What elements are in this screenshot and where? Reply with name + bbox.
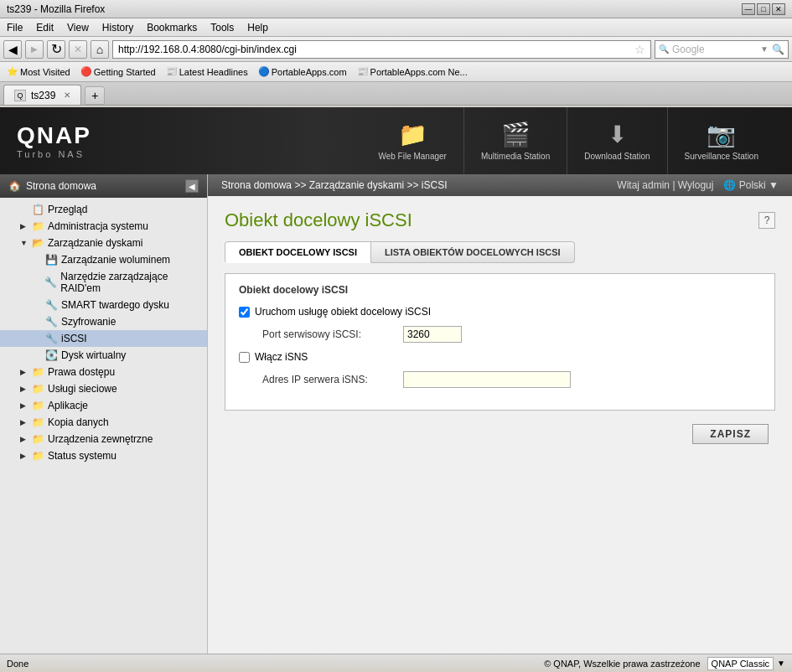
folder-icon: 📁 — [398, 121, 427, 148]
menu-file[interactable]: File — [7, 22, 23, 34]
search-engine-icon: 🔍 — [659, 44, 669, 54]
theme-dropdown-arrow-icon[interactable]: ▼ — [777, 659, 785, 668]
close-button[interactable]: ✕ — [772, 3, 785, 15]
reload-button[interactable]: ↻ — [47, 40, 65, 59]
stop-button[interactable]: ✕ — [69, 40, 87, 59]
nav-download-station[interactable]: ⬇ Download Station — [567, 107, 667, 174]
apps-folder-icon: 📁 — [32, 400, 44, 411]
sidebar-label-zarzadzanie-woluminem: Zarządzanie woluminem — [61, 254, 170, 266]
menu-history[interactable]: History — [102, 22, 133, 34]
film-icon: 🎬 — [501, 121, 531, 148]
menu-bookmarks[interactable]: Bookmarks — [147, 22, 197, 34]
port-row: Port serwisowy iSCSI: — [239, 326, 761, 343]
sidebar-tree: 📋 Przegląd ▶ 📁 Administracja systemu ▼ 📂… — [0, 198, 207, 468]
nav-multimedia-station[interactable]: 🎬 Multimedia Station — [464, 107, 567, 174]
sidebar-item-iscsi[interactable]: 🔧 iSCSI — [0, 330, 207, 347]
nav-web-file-manager[interactable]: 📁 Web File Manager — [361, 107, 464, 174]
sidebar-label-dysk-wirtualny: Dysk wirtualny — [61, 349, 126, 361]
sidebar-item-uslugi-sieciowe[interactable]: ▶ 📁 Usługi sieciowe — [0, 380, 207, 397]
menu-view[interactable]: View — [67, 22, 89, 34]
port-label: Port serwisowy iSCSI: — [262, 328, 396, 340]
encrypt-icon: 🔧 — [45, 316, 58, 328]
sidebar-header: 🏠 Strona domowa ◀ — [0, 174, 207, 198]
smart-icon: 🔧 — [45, 299, 58, 311]
tab-lista-obiektow-docelowych-iscsi[interactable]: LISTA OBIEKTÓW DOCELOWYCH ISCSI — [371, 241, 575, 263]
status-folder-icon: 📁 — [32, 450, 44, 462]
save-button[interactable]: ZAPISZ — [692, 424, 769, 444]
sidebar-item-prawa-dostepu[interactable]: ▶ 📁 Prawa dostępu — [0, 364, 207, 380]
sidebar-item-aplikacje[interactable]: ▶ 📁 Aplikacje — [0, 397, 207, 414]
sidebar-footer-text: © QNAP, Wszelkie prawa zastrzeżone — [544, 659, 700, 669]
status-text: Done — [7, 659, 28, 669]
sidebar-item-przeglad[interactable]: 📋 Przegląd — [0, 201, 207, 218]
tab-label: ts239 — [31, 90, 55, 101]
sidebar-collapse-button[interactable]: ◀ — [185, 179, 199, 193]
sidebar-item-administracja[interactable]: ▶ 📁 Administracja systemu — [0, 218, 207, 235]
disk-icon: 💾 — [45, 254, 58, 266]
lang-selector[interactable]: 🌐 Polski ▼ — [723, 179, 779, 191]
window-controls: — □ ✕ — [742, 3, 785, 15]
page-title-row: Obiekt docelowy iSCSI ? — [225, 209, 775, 231]
nav-surveillance-station[interactable]: 📷 Surveillance Station — [668, 107, 775, 174]
sidebar-label-raid: Narzędzie zarządzające RAID'em — [60, 271, 200, 294]
welcome-text: Witaj admin | Wyloguj — [617, 179, 713, 191]
browser-tabs: Q ts239 ✕ + — [0, 82, 792, 106]
enable-iscsi-label: Uruchom usługę obiekt docelowy iSCSI — [255, 306, 431, 318]
folder-icon: 📁 — [32, 220, 44, 232]
minimize-button[interactable]: — — [742, 3, 755, 15]
isns-ip-input[interactable] — [403, 371, 571, 388]
bookmark-portableapps[interactable]: 🔵 PortableApps.com — [258, 66, 347, 77]
search-bar[interactable]: 🔍 Google ▼ 🔍 — [655, 40, 789, 59]
sidebar-item-zarzadzanie-dyskami[interactable]: ▼ 📂 Zarządzanie dyskami — [0, 235, 207, 251]
arrow-icon: ▶ — [20, 418, 28, 426]
sidebar-label-urzadzenia-zewnetrzne: Urządzenia zewnętrzne — [48, 433, 153, 445]
help-button[interactable]: ? — [758, 212, 775, 229]
menu-edit[interactable]: Edit — [36, 22, 54, 34]
arrow-icon: ▶ — [20, 401, 28, 410]
bookmarks-bar: ⭐ Most Visited 🔴 Getting Started 📰 Lates… — [0, 62, 792, 82]
sidebar-label-zarzadzanie-dyskami: Zarządzanie dyskami — [48, 237, 142, 249]
sidebar-item-raid[interactable]: 🔧 Narzędzie zarządzające RAID'em — [0, 268, 207, 297]
arrow-icon: ▶ — [20, 452, 28, 460]
search-placeholder: Google — [672, 44, 760, 55]
bookmark-headlines[interactable]: 📰 Latest Headlines — [166, 66, 248, 77]
nav-label-web-file-manager: Web File Manager — [378, 152, 447, 161]
bookmark-most-visited[interactable]: ⭐ Most Visited — [7, 66, 70, 77]
arrow-icon: ▶ — [20, 385, 28, 393]
tab-obiekt-docelowy-iscsi[interactable]: OBIEKT DOCELOWY ISCSI — [225, 241, 371, 263]
breadcrumb: Strona domowa >> Zarządzanie dyskami >> … — [221, 179, 447, 191]
port-input[interactable] — [403, 326, 462, 343]
arrow-icon: ▶ — [20, 435, 28, 443]
isns-checkbox[interactable] — [239, 352, 250, 363]
maximize-button[interactable]: □ — [757, 3, 770, 15]
forward-button[interactable]: ▶ — [25, 40, 44, 59]
network-folder-icon: 📁 — [32, 383, 44, 395]
theme-dropdown[interactable]: QNAP Classic — [707, 657, 774, 670]
openfolder-icon: 📂 — [32, 237, 44, 249]
search-arrow-icon: ▼ — [760, 44, 769, 54]
bookmark-getting-started[interactable]: 🔴 Getting Started — [80, 66, 156, 77]
sidebar-label-prawa-dostepu: Prawa dostępu — [48, 366, 115, 378]
sidebar-item-zarzadzanie-woluminem[interactable]: 💾 Zarządzanie woluminem — [0, 251, 207, 268]
menu-tools[interactable]: Tools — [210, 22, 234, 34]
search-submit-icon[interactable]: 🔍 — [772, 44, 784, 55]
new-tab-button[interactable]: + — [85, 86, 105, 105]
back-button[interactable]: ◀ — [3, 40, 22, 59]
sidebar-item-dysk-wirtualny[interactable]: 💽 Dysk wirtualny — [0, 347, 207, 364]
content-area: Strona domowa >> Zarządzanie dyskami >> … — [208, 174, 792, 654]
vdisk-icon: 💽 — [45, 349, 58, 361]
sidebar-item-kopia-danych[interactable]: ▶ 📁 Kopia danych — [0, 414, 207, 431]
address-bar[interactable]: http://192.168.0.4:8080/cgi-bin/index.cg… — [112, 40, 651, 59]
sidebar-item-status-systemu[interactable]: ▶ 📁 Status systemu — [0, 447, 207, 464]
bookmark-portableapps2[interactable]: 📰 PortableApps.com Ne... — [357, 66, 468, 77]
tab-close-button[interactable]: ✕ — [64, 90, 70, 100]
home-button[interactable]: ⌂ — [91, 40, 109, 59]
enable-iscsi-checkbox[interactable] — [239, 307, 250, 318]
tab-ts239[interactable]: Q ts239 ✕ — [3, 85, 81, 105]
page-content: Obiekt docelowy iSCSI ? OBIEKT DOCELOWY … — [208, 196, 792, 654]
sidebar-item-smart[interactable]: 🔧 SMART twardego dysku — [0, 297, 207, 313]
sidebar-item-urzadzenia-zewnetrzne[interactable]: ▶ 📁 Urządzenia zewnętrzne — [0, 431, 207, 447]
menu-help[interactable]: Help — [247, 22, 268, 34]
lang-label: Polski — [739, 179, 766, 191]
sidebar-item-szyfrowanie[interactable]: 🔧 Szyfrowanie — [0, 313, 207, 330]
